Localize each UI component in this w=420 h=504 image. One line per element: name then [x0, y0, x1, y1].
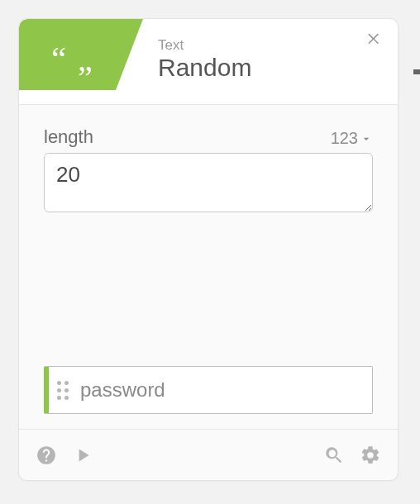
run-button[interactable] — [70, 443, 95, 468]
card-body: length 123 — [19, 105, 398, 366]
node-title: Random — [158, 54, 251, 82]
output-section: password — [19, 366, 398, 429]
output-label: password — [80, 378, 165, 402]
play-icon — [72, 445, 93, 466]
output-pill[interactable]: password — [44, 366, 373, 414]
node-type-chip: “ „ — [19, 19, 143, 90]
type-indicator-text: 123 — [331, 129, 358, 148]
length-input-wrap — [44, 153, 373, 212]
gear-icon — [360, 445, 381, 466]
card-header: “ „ Text Random — [19, 19, 398, 105]
caret-down-icon — [360, 132, 373, 145]
node-card: “ „ Text Random length 123 password — [18, 18, 399, 481]
field-header: length 123 — [44, 126, 373, 148]
help-icon — [36, 445, 57, 466]
type-selector[interactable]: 123 — [331, 129, 373, 148]
page-edge-marker — [413, 69, 420, 74]
length-label: length — [44, 126, 93, 148]
drag-handle-icon[interactable] — [57, 381, 74, 400]
search-button[interactable] — [322, 443, 346, 468]
settings-button[interactable] — [358, 443, 383, 468]
length-input[interactable] — [44, 153, 373, 212]
quotes-icon: “ „ — [51, 43, 94, 76]
card-footer — [19, 429, 398, 480]
help-button[interactable] — [34, 443, 59, 468]
close-button[interactable] — [363, 31, 386, 54]
title-block: Text Random — [158, 37, 251, 82]
node-category-label: Text — [158, 37, 251, 54]
close-icon — [365, 31, 384, 49]
search-icon — [323, 445, 345, 466]
